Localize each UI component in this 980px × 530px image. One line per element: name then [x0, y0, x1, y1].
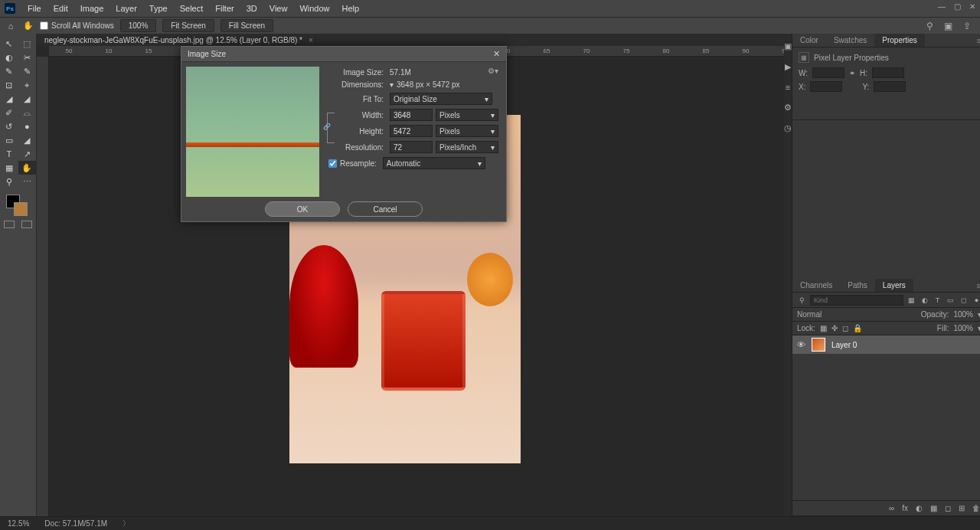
dialog-titlebar[interactable]: Image Size ✕	[181, 47, 506, 62]
zoom-tool[interactable]: ⚲	[0, 175, 18, 188]
filter-shape-icon[interactable]: ▭	[946, 295, 956, 305]
mask-icon[interactable]: ◐	[916, 504, 923, 512]
height-input[interactable]: 5472	[390, 125, 433, 137]
tab-channels[interactable]: Channels	[792, 279, 840, 292]
layer-row[interactable]: 👁 Layer 0	[792, 335, 980, 354]
restore-button[interactable]: ▢	[949, 0, 965, 12]
layer-filter-input[interactable]	[810, 295, 903, 306]
link-layers-icon[interactable]: ∞	[889, 504, 894, 512]
marquee-tool[interactable]: ⬚	[18, 37, 37, 51]
dodge-tool[interactable]: ▭	[0, 133, 18, 147]
tab-properties[interactable]: Properties	[874, 34, 925, 47]
fx-icon[interactable]: fx	[902, 504, 908, 512]
resample-checkbox[interactable]	[328, 159, 337, 168]
tab-layers[interactable]: Layers	[875, 279, 913, 292]
zoom-100-button[interactable]: 100%	[120, 19, 157, 32]
hand-tool-icon[interactable]: ✋	[23, 21, 34, 31]
link-icon[interactable]: ⚭	[849, 69, 855, 77]
resolution-input[interactable]: 72	[390, 141, 433, 153]
minimize-button[interactable]: —	[934, 0, 949, 12]
quick-mask-icon[interactable]	[21, 221, 32, 228]
fit-to-select[interactable]: Original Size▾	[390, 93, 492, 105]
visibility-icon[interactable]: 👁	[797, 340, 805, 349]
chevron-down-icon[interactable]: ▾	[390, 80, 394, 89]
color-swatches[interactable]	[0, 195, 37, 218]
width-unit-select[interactable]: Pixels▾	[436, 109, 498, 121]
panel-menu-icon[interactable]: ≡	[977, 36, 980, 45]
frame-tool[interactable]: ✎	[18, 64, 37, 78]
eraser-tool[interactable]: ⌓	[18, 106, 37, 119]
clone-tool[interactable]: ◢	[18, 92, 37, 106]
menu-layer[interactable]: Layer	[109, 1, 143, 16]
blend-mode-select[interactable]: Normal	[797, 310, 822, 319]
path-select-tool[interactable]: ↗	[18, 147, 37, 161]
trash-icon[interactable]: 🗑	[972, 504, 980, 512]
background-color[interactable]	[14, 202, 28, 216]
search-icon[interactable]: ⚲	[797, 295, 807, 305]
width-field[interactable]	[812, 67, 844, 78]
fill-value[interactable]: 100%	[953, 324, 973, 332]
height-field[interactable]	[872, 67, 904, 78]
edit-toolbar[interactable]: ⋯	[18, 175, 37, 188]
menu-image[interactable]: Image	[74, 1, 110, 16]
menu-type[interactable]: Type	[143, 1, 174, 16]
height-unit-select[interactable]: Pixels▾	[436, 125, 498, 137]
panel-icon[interactable]: ▶	[785, 62, 791, 72]
close-icon[interactable]: ✕	[493, 49, 500, 59]
filter-type-icon[interactable]: T	[933, 295, 942, 305]
quick-select-tool[interactable]: ✂	[18, 51, 37, 64]
filter-toggle[interactable]: ●	[972, 295, 980, 305]
home-icon[interactable]: ⌂	[5, 20, 17, 32]
width-input[interactable]: 3648	[390, 109, 433, 121]
close-button[interactable]: ✕	[965, 0, 980, 12]
tab-paths[interactable]: Paths	[840, 279, 875, 292]
crop-tool[interactable]: ✎	[0, 64, 18, 78]
lock-pixels-icon[interactable]: ▦	[820, 324, 827, 332]
blur-tool[interactable]: ●	[18, 119, 37, 133]
x-field[interactable]	[810, 81, 842, 92]
lasso-tool[interactable]: ◐	[0, 51, 18, 64]
menu-select[interactable]: Select	[174, 1, 210, 16]
hand-tool[interactable]: ✋	[18, 161, 37, 175]
menu-file[interactable]: File	[21, 1, 47, 16]
panel-icon[interactable]: ◷	[784, 123, 792, 133]
constrain-proportions-icon[interactable]: 🔗	[323, 123, 331, 130]
layer-thumbnail[interactable]	[812, 338, 825, 352]
menu-filter[interactable]: Filter	[209, 1, 240, 16]
panel-menu-icon[interactable]: ≡	[977, 281, 980, 290]
history-brush-tool[interactable]: ✐	[0, 106, 18, 119]
menu-help[interactable]: Help	[336, 1, 366, 16]
spot-heal-tool[interactable]: ⌖	[18, 78, 37, 92]
cancel-button[interactable]: Cancel	[348, 201, 423, 217]
lock-artboard-icon[interactable]: ◻	[842, 324, 848, 332]
filter-adjust-icon[interactable]: ◐	[920, 295, 929, 305]
menu-view[interactable]: View	[263, 1, 294, 16]
shape-tool[interactable]: ▦	[0, 161, 18, 175]
ok-button[interactable]: OK	[265, 201, 340, 217]
fit-screen-button[interactable]: Fit Screen	[162, 19, 214, 32]
close-icon[interactable]: ×	[309, 36, 313, 44]
menu-3d[interactable]: 3D	[240, 1, 263, 16]
workspace-icon[interactable]: ▣	[944, 21, 952, 31]
group-icon[interactable]: ◻	[945, 504, 951, 512]
gradient-tool[interactable]: ↺	[0, 119, 18, 133]
lock-all-icon[interactable]: 🔒	[853, 324, 862, 332]
scroll-all-checkbox[interactable]: Scroll All Windows	[40, 21, 114, 30]
pen-tool[interactable]: ◢	[18, 133, 37, 147]
menu-edit[interactable]: Edit	[47, 1, 74, 16]
zoom-level[interactable]: 12.5%	[8, 519, 29, 528]
fill-screen-button[interactable]: Fill Screen	[220, 19, 273, 32]
resample-select[interactable]: Automatic▾	[383, 157, 485, 169]
chevron-right-icon[interactable]: 〉	[122, 519, 130, 529]
brush-tool[interactable]: ◢	[0, 92, 18, 106]
new-layer-icon[interactable]: ⊞	[959, 504, 965, 512]
filter-pixel-icon[interactable]: ▦	[906, 295, 916, 305]
opacity-value[interactable]: 100%	[953, 310, 973, 319]
eyedropper-tool[interactable]: ⊡	[0, 78, 18, 92]
type-tool[interactable]: T	[0, 147, 18, 161]
y-field[interactable]	[874, 81, 906, 92]
resolution-unit-select[interactable]: Pixels/Inch▾	[436, 141, 498, 153]
gear-icon[interactable]: ⚙▾	[488, 67, 498, 75]
panel-icon[interactable]: ▣	[784, 41, 792, 51]
adjustment-icon[interactable]: ▦	[930, 504, 937, 512]
